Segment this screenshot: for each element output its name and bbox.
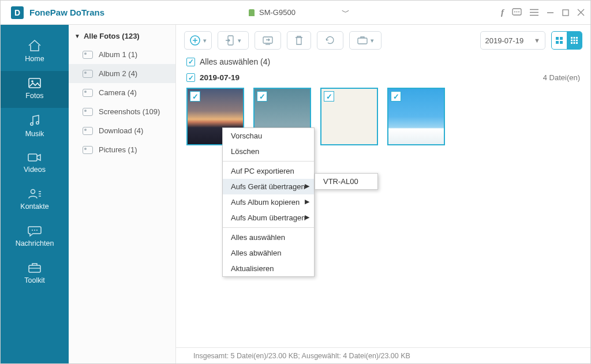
svg-point-2	[517, 11, 518, 12]
context-menu: Vorschau Löschen Auf PC exportieren Aufs…	[222, 127, 315, 277]
android-icon	[249, 9, 255, 16]
svg-point-13	[31, 123, 33, 125]
checkbox-icon[interactable]	[186, 58, 195, 66]
menu-item-label: Aufs Gerät übertragen	[231, 182, 305, 191]
photo-thumbnail[interactable]	[320, 88, 378, 145]
menu-item-move-album[interactable]: Aufs Abum übertragen▶	[223, 210, 314, 226]
picture-icon	[83, 89, 93, 97]
nav-nachrichten[interactable]: Nachrichten	[1, 219, 69, 256]
album-item[interactable]: Download (4)	[69, 121, 175, 140]
view-grid-large-button[interactable]	[552, 32, 567, 49]
menu-item-select-all[interactable]: Alles auswählen	[223, 230, 314, 245]
menu-item-delete[interactable]: Löschen	[223, 144, 314, 159]
chevron-down-icon: ▾	[238, 37, 241, 44]
titlebar: D FonePaw DoTrans SM-G9500 ﹀ f	[1, 1, 590, 25]
svg-rect-34	[556, 41, 559, 44]
menu-item-label: Aufs Abum übertragen	[231, 213, 305, 222]
status-text: Insgesamt: 5 Datei(en)/23.00 KB; Ausgewä…	[193, 352, 410, 360]
svg-rect-31	[358, 38, 367, 44]
svg-rect-41	[576, 40, 578, 42]
album-label: Album 1 (1)	[99, 50, 137, 59]
album-label: Screenshots (109)	[99, 107, 160, 116]
maximize-button[interactable]	[562, 9, 569, 16]
chevron-down-icon: ▼	[534, 37, 540, 44]
menu-icon[interactable]	[530, 9, 538, 16]
menu-separator	[223, 227, 314, 228]
toolbar: ▾ ▾ ▾	[176, 25, 590, 56]
menu-item-deselect-all[interactable]: Alles abwählen	[223, 245, 314, 261]
status-bar: Insgesamt: 5 Datei(en)/23.00 KB; Ausgewä…	[176, 347, 590, 363]
view-grid-small-button[interactable]	[567, 32, 582, 49]
menu-item-refresh[interactable]: Aktualisieren	[223, 261, 314, 276]
delete-button[interactable]	[287, 31, 311, 50]
refresh-button[interactable]	[317, 31, 343, 50]
nav-toolkit[interactable]: Toolkit	[1, 256, 69, 292]
svg-point-20	[32, 230, 33, 231]
album-item[interactable]: Screenshots (109)	[69, 102, 175, 121]
close-button[interactable]	[577, 9, 585, 16]
export-to-pc-button[interactable]	[255, 31, 281, 50]
album-sidebar: ▼ Alle Fotos (123) Album 1 (1) Album 2 (…	[69, 25, 176, 363]
nav-home[interactable]: Home	[1, 33, 69, 71]
thumbnail-checkbox[interactable]	[257, 91, 267, 102]
thumbnail-checkbox[interactable]	[324, 91, 334, 102]
export-to-device-button[interactable]: ▾	[218, 31, 249, 50]
chevron-down-icon: ▾	[371, 37, 374, 44]
svg-rect-39	[571, 40, 573, 42]
window-controls: f	[501, 7, 585, 17]
svg-rect-8	[563, 10, 568, 16]
menu-item-preview[interactable]: Vorschau	[223, 128, 314, 144]
menu-item-transfer-device[interactable]: Aufs Gerät übertragen▶	[223, 179, 314, 194]
picture-icon	[83, 146, 93, 154]
album-label: Pictures (1)	[99, 145, 137, 154]
album-label: Camera (4)	[99, 88, 137, 97]
date-filter-value: 2019-07-19	[485, 36, 524, 45]
album-item[interactable]: Pictures (1)	[69, 140, 175, 159]
thumbnail-checkbox[interactable]	[391, 91, 401, 102]
albums-header[interactable]: ▼ Alle Fotos (123)	[69, 27, 175, 45]
facebook-icon[interactable]: f	[501, 7, 504, 17]
menu-item-export-pc[interactable]: Auf PC exportieren	[223, 163, 314, 179]
checkbox-icon[interactable]	[186, 73, 195, 82]
svg-point-16	[31, 190, 35, 194]
nav-label: Kontakte	[20, 202, 48, 211]
device-selector[interactable]: SM-G9500 ﹀	[249, 7, 350, 18]
svg-point-3	[518, 11, 519, 12]
svg-rect-44	[576, 42, 578, 44]
nav-label: Home	[25, 55, 44, 63]
nav-fotos[interactable]: Fotos	[1, 71, 69, 108]
picture-icon	[83, 51, 93, 59]
device-name: SM-G9500	[259, 8, 296, 17]
toolbox-button[interactable]: ▾	[349, 31, 381, 50]
photo-thumbnail[interactable]	[387, 88, 445, 145]
menu-item-copy-album[interactable]: Aufs Album kopieren▶	[223, 194, 314, 210]
svg-point-14	[36, 122, 39, 124]
svg-rect-35	[560, 41, 563, 44]
thumbnail-checkbox[interactable]	[190, 91, 200, 102]
select-all-row[interactable]: Alles auswählen (4)	[176, 56, 590, 71]
nav-musik[interactable]: Musik	[1, 108, 69, 146]
date-group-header: 2019-07-19 4 Datei(en)	[176, 71, 590, 88]
svg-rect-38	[576, 37, 578, 39]
nav-label: Nachrichten	[16, 239, 54, 247]
minimize-button[interactable]	[547, 9, 554, 16]
nav-label: Toolkit	[24, 276, 44, 284]
feedback-icon[interactable]	[512, 8, 522, 17]
nav-videos[interactable]: Videos	[1, 146, 69, 182]
view-toggle	[551, 31, 582, 50]
date-filter[interactable]: 2019-07-19 ▼	[480, 31, 545, 50]
app-logo-icon: D	[11, 6, 24, 19]
app-title: FonePaw DoTrans	[29, 7, 104, 17]
album-item[interactable]: Album 2 (4)	[69, 64, 175, 83]
nav-label: Videos	[24, 166, 46, 174]
group-date-label: 2019-07-19	[200, 73, 240, 82]
chevron-down-icon: ▾	[203, 37, 207, 44]
nav-kontakte[interactable]: Kontakte	[1, 182, 69, 219]
context-submenu: VTR-AL00	[315, 173, 378, 190]
album-item[interactable]: Album 1 (1)	[69, 45, 175, 64]
svg-point-22	[36, 230, 38, 231]
submenu-item-device[interactable]: VTR-AL00	[315, 174, 377, 189]
add-button[interactable]: ▾	[184, 31, 212, 50]
svg-rect-32	[556, 37, 559, 40]
album-item[interactable]: Camera (4)	[69, 83, 175, 102]
